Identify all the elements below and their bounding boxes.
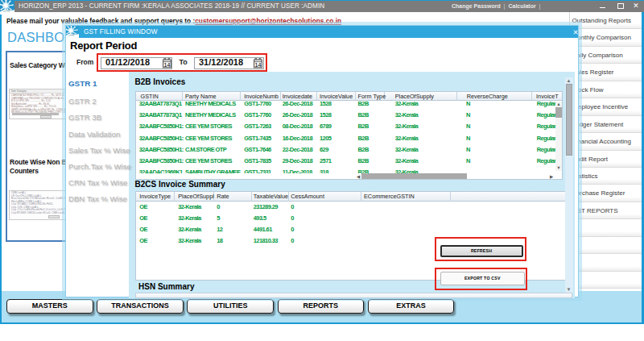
svg-text:14: 14 [255, 62, 262, 68]
svg-text:14: 14 [163, 62, 170, 68]
